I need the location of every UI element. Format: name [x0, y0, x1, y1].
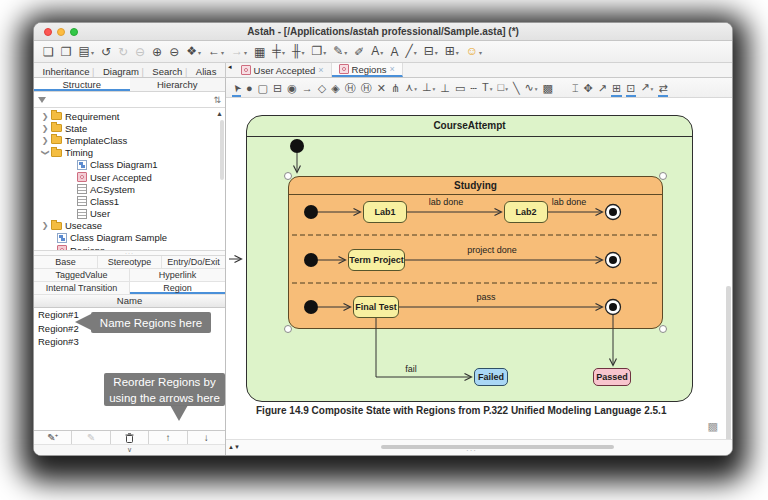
dropdown-caret-icon[interactable]: ▾ [323, 44, 326, 62]
tree-item-timing[interactable]: ❯Timing [34, 147, 225, 159]
dropdown-caret-icon[interactable]: ▾ [380, 44, 383, 62]
nav-tab-inheritance[interactable]: Inheritance [43, 66, 90, 77]
tree-item-user-accepted[interactable]: User Accepted [34, 171, 225, 183]
dropdown-caret-icon[interactable]: ▾ [301, 44, 304, 62]
final-state-icon[interactable]: ◉ [285, 80, 300, 96]
chevron-expanded-icon[interactable]: ❯ [41, 149, 50, 157]
add-frame-icon[interactable]: ⊞ [609, 80, 623, 96]
emoji-icon[interactable]: ☺▾ [463, 42, 485, 62]
align-horizontal-icon[interactable]: ╪▾ [269, 42, 288, 62]
chevron-collapsed-icon[interactable]: ❯ [41, 112, 49, 121]
state-final-test[interactable]: Final Test [353, 296, 399, 318]
tree-item-regions[interactable]: Regions [34, 244, 225, 250]
prop-tab-internal-transition[interactable]: Internal Transition [34, 282, 130, 294]
tree-filter-input[interactable] [50, 94, 209, 105]
nav-tab-alias[interactable]: Alias [196, 66, 217, 77]
canvas-hscrollbar[interactable]: ▲▼ ··· [226, 439, 732, 455]
subtab-hierarchy[interactable]: Hierarchy [130, 78, 226, 91]
doc-tab-user-accepted[interactable]: User Accepted× [234, 63, 332, 77]
connector-icon[interactable]: ↗▾ [638, 79, 656, 97]
highlighter-icon[interactable]: ✐ [351, 43, 367, 61]
distribute-icon[interactable]: ⌶ [569, 80, 581, 96]
sort-icon[interactable]: ⇅ [213, 95, 221, 105]
delete-region-button[interactable] [111, 431, 149, 444]
zoom-out-icon[interactable]: ⊖ [166, 43, 182, 61]
state-icon[interactable]: ▢ [255, 80, 270, 96]
canvas-vscrollbar-thumb[interactable] [726, 286, 731, 439]
rect-icon[interactable]: □▾ [495, 79, 510, 97]
tree-item-requirement[interactable]: ❯Requirement [34, 110, 225, 122]
text-icon[interactable]: T▾ [479, 79, 495, 97]
diagram-canvas[interactable]: CourseAttempt Studying Lab1 Lab2 Term Pr… [226, 98, 732, 439]
join-icon[interactable]: ⋏▾ [403, 79, 420, 97]
shallow-history-icon[interactable]: Ⓗ [342, 80, 358, 96]
dropdown-caret-icon[interactable]: ▾ [535, 81, 538, 97]
grid-icon[interactable]: ▦ [251, 43, 268, 61]
submachine-state-icon[interactable]: ⊟ [270, 80, 284, 96]
nav-tab-search[interactable]: Search [152, 66, 182, 77]
tree-item-class-diagram-sample[interactable]: Class Diagram Sample [34, 232, 225, 244]
dropdown-caret-icon[interactable]: ▾ [414, 44, 417, 62]
tree-item-templateclass[interactable]: ❯TemplateClass [34, 134, 225, 146]
dropdown-caret-icon[interactable]: ▾ [651, 81, 654, 97]
font-style-icon[interactable]: A [387, 43, 401, 61]
swap-icon[interactable]: ⇄ [656, 80, 670, 96]
dropdown-caret-icon[interactable]: ▾ [244, 44, 247, 62]
prop-tab-region[interactable]: Region [130, 282, 225, 294]
canvas-hscrollbar-thumb[interactable] [381, 445, 614, 449]
open-file-icon[interactable]: ❐ [58, 43, 75, 61]
transition-icon[interactable]: → [299, 80, 315, 96]
dropdown-caret-icon[interactable]: ▾ [479, 44, 482, 62]
chevron-collapsed-icon[interactable]: ❯ [41, 136, 49, 145]
tab-scroll-left-icon[interactable]: ◂ [226, 63, 234, 77]
tree-item-user[interactable]: User [34, 208, 225, 220]
tree-item-state[interactable]: ❯State [34, 122, 225, 134]
curve-icon[interactable]: ∿▾ [522, 79, 540, 97]
close-tab-icon[interactable]: × [318, 65, 323, 75]
sync-bar-icon[interactable]: ⊥▾ [419, 79, 437, 97]
state-failed[interactable]: Failed [474, 368, 508, 386]
tree-scrollbar-thumb[interactable] [220, 120, 224, 180]
tree-item-acsystem[interactable]: ACSystem [34, 183, 225, 195]
new-file-icon[interactable]: ❏ [40, 43, 57, 61]
dropdown-caret-icon[interactable]: ▾ [91, 44, 94, 62]
doc-tab-regions[interactable]: Regions× [332, 63, 403, 77]
line-style-icon[interactable]: ╱▾ [402, 42, 419, 62]
prop-tab-base[interactable]: Base [34, 256, 98, 268]
state-lab1[interactable]: Lab1 [363, 201, 407, 223]
image-icon[interactable]: ▩ [540, 80, 555, 96]
state-passed[interactable]: Passed [593, 368, 631, 386]
select-tool-icon[interactable]: ➤ [230, 80, 243, 96]
chevron-collapsed-icon[interactable]: ❯ [41, 221, 49, 230]
dropdown-caret-icon[interactable]: ▾ [282, 44, 285, 62]
tree-item-class-diagram1[interactable]: Class Diagram1 [34, 159, 225, 171]
splitter-updown-icon[interactable]: ▲▼ [228, 444, 240, 450]
font-color-icon[interactable]: A▾ [368, 42, 386, 62]
navigator-icon[interactable]: ▩ [708, 420, 718, 433]
layout-icon[interactable]: ⊞▾ [442, 42, 462, 62]
dropdown-caret-icon[interactable]: ▾ [414, 81, 417, 97]
state-lab2[interactable]: Lab2 [504, 201, 548, 223]
color-pen-icon[interactable]: ✎▾ [330, 42, 350, 62]
panel-collapse-chevron[interactable]: ∨ [34, 444, 225, 455]
hierarchy-icon[interactable]: ⊟▾ [421, 42, 441, 62]
dropdown-caret-icon[interactable]: ▾ [456, 44, 459, 62]
note-anchor-icon[interactable]: ┄ [468, 80, 480, 96]
layers-icon[interactable]: ❐▾ [308, 42, 329, 62]
state-term-project[interactable]: Term Project [348, 249, 405, 271]
undo-icon[interactable]: ↺ [98, 43, 114, 61]
dropdown-caret-icon[interactable]: ▾ [198, 44, 201, 62]
align-vertical-icon[interactable]: ╫▾ [289, 42, 308, 62]
chevron-collapsed-icon[interactable]: ❯ [41, 124, 49, 133]
initial-state-icon[interactable]: ● [243, 80, 255, 96]
choice-icon[interactable]: ◇ [315, 80, 328, 96]
subtab-structure[interactable]: Structure [34, 78, 130, 91]
tree-scroll-up-icon[interactable]: ▲ [216, 110, 223, 117]
move-all-icon[interactable]: ✥ [581, 80, 595, 96]
move-up-button[interactable]: ↑ [149, 431, 187, 444]
save-icon[interactable]: ▤▾ [76, 42, 97, 62]
prop-tab-hyperlink[interactable]: Hyperlink [130, 269, 225, 281]
add-region-button[interactable]: ✎+ [34, 431, 72, 444]
region-row-3[interactable]: Region#3 [34, 335, 225, 349]
note-icon[interactable]: ▭ [452, 80, 467, 96]
